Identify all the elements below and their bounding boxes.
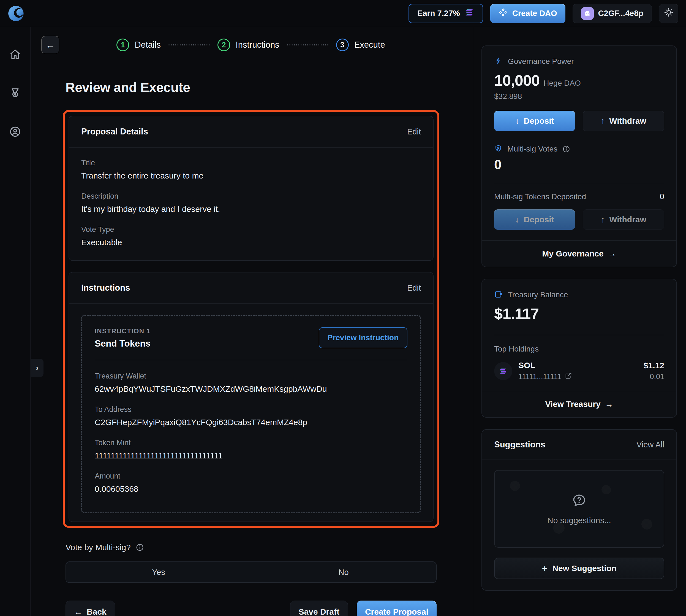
- instructions-card: Instructions Edit INSTRUCTION 1 Send Tok…: [69, 272, 434, 522]
- step-details-number: 1: [116, 39, 129, 51]
- withdraw-label: Withdraw: [609, 116, 646, 126]
- app-logo-icon[interactable]: [8, 5, 25, 22]
- left-sidebar: [0, 27, 30, 616]
- step-connector: [168, 44, 210, 45]
- multisig-votes-value: 0: [494, 157, 664, 172]
- main-content: ← 1 Details 2 Instructions 3 Execute Rev…: [41, 36, 442, 616]
- arrow-right-icon: →: [605, 399, 613, 409]
- phantom-wallet-icon: [581, 7, 594, 20]
- wizard-stepper: 1 Details 2 Instructions 3 Execute: [60, 39, 442, 51]
- proposal-title-value: Transfer the entire treasury to me: [81, 171, 421, 180]
- instruction-1-kicker: INSTRUCTION 1: [95, 327, 151, 335]
- proposal-title-field: Title Transfer the entire treasury to me: [81, 159, 421, 180]
- multisig-votes-label: Multi-sig Votes: [507, 145, 557, 153]
- back-button[interactable]: ← Back: [66, 600, 115, 616]
- step-execute-label: Execute: [354, 40, 385, 50]
- my-governance-label: My Governance: [542, 249, 603, 258]
- token-mint-field: Token Mint 11111111111111111111111111111…: [95, 439, 407, 460]
- top-holdings-label: Top Holdings: [494, 345, 664, 353]
- shield-icon: [494, 145, 502, 154]
- to-address-label: To Address: [95, 405, 407, 414]
- vote-by-multisig-row: Vote by Multi-sig?: [66, 543, 442, 552]
- sidebar-item-rewards[interactable]: [9, 87, 21, 99]
- governance-amount-value: 10,000: [494, 72, 540, 89]
- proposal-vote-type-field: Vote Type Executable: [81, 225, 421, 247]
- holding-address-text: 11111...11111: [518, 372, 562, 381]
- treasury-balance-label: Treasury Balance: [508, 290, 568, 299]
- stepper-row: ← 1 Details 2 Instructions 3 Execute: [41, 36, 442, 54]
- suggestions-view-all-link[interactable]: View All: [637, 440, 664, 449]
- sidebar-item-profile[interactable]: [9, 126, 21, 138]
- question-bubble-icon: [571, 492, 587, 510]
- multisig-yes-option[interactable]: Yes: [66, 562, 251, 582]
- multisig-yes-no-toggle: Yes No: [66, 562, 437, 583]
- new-suggestion-button[interactable]: + New Suggestion: [494, 557, 664, 579]
- solana-icon: [464, 7, 474, 19]
- instruction-1-block: INSTRUCTION 1 Send Tokens Preview Instru…: [81, 315, 421, 513]
- info-icon[interactable]: [136, 543, 144, 552]
- step-execute[interactable]: 3 Execute: [336, 39, 385, 51]
- multisig-withdraw-button[interactable]: ↑ Withdraw: [583, 210, 664, 230]
- withdraw-button[interactable]: ↑ Withdraw: [583, 111, 664, 131]
- view-treasury-label: View Treasury: [545, 399, 600, 409]
- arrow-left-icon: ←: [74, 607, 82, 616]
- create-proposal-button[interactable]: Create Proposal: [357, 600, 437, 616]
- my-governance-link[interactable]: My Governance →: [482, 240, 677, 267]
- create-dao-button[interactable]: Create DAO: [490, 4, 566, 23]
- holding-token-amount: 0.01: [644, 372, 664, 381]
- back-nav-button[interactable]: ←: [41, 36, 60, 54]
- step-instructions[interactable]: 2 Instructions: [218, 39, 279, 51]
- form-actions: ← Back Save Draft Create Proposal: [66, 600, 437, 616]
- amount-value: 0.00605368: [95, 484, 407, 494]
- proposal-details-title: Proposal Details: [81, 127, 148, 137]
- proposal-vote-type-label: Vote Type: [81, 225, 421, 234]
- suggestions-empty-state: No suggestions...: [494, 470, 664, 548]
- instruction-divider: [95, 360, 407, 360]
- holding-symbol: SOL: [518, 360, 535, 370]
- holding-address-link[interactable]: 11111...11111: [518, 372, 572, 381]
- view-treasury-link[interactable]: View Treasury →: [482, 391, 677, 417]
- create-dao-label: Create DAO: [512, 9, 557, 18]
- treasury-wallet-label: Treasury Wallet: [95, 372, 407, 380]
- info-icon[interactable]: [563, 145, 570, 153]
- earn-button[interactable]: Earn 7.27%: [409, 4, 483, 23]
- proposal-description-field: Description It's my birthday today and I…: [81, 192, 421, 214]
- governance-power-amount: 10,000Hege DAO: [494, 71, 664, 89]
- wallet-icon: [494, 290, 503, 300]
- instructions-title: Instructions: [81, 283, 130, 293]
- chevron-right-icon: ›: [36, 363, 39, 372]
- arrow-left-icon: ←: [46, 40, 55, 50]
- suggestions-empty-text: No suggestions...: [547, 516, 611, 525]
- top-bar: Earn 7.27%: [0, 0, 686, 27]
- deposit-button[interactable]: ↓ Deposit: [494, 111, 575, 131]
- wallet-button[interactable]: C2GF...4e8p: [573, 4, 652, 23]
- amount-field: Amount 0.00605368: [95, 472, 407, 494]
- treasury-balance-value: $1.117: [494, 305, 664, 323]
- save-draft-button[interactable]: Save Draft: [290, 600, 348, 616]
- amount-label: Amount: [95, 472, 407, 481]
- page-title: Review and Execute: [66, 80, 442, 95]
- theme-toggle-button[interactable]: [659, 4, 678, 23]
- step-execute-number: 3: [336, 39, 349, 51]
- preview-instruction-button[interactable]: Preview Instruction: [319, 327, 407, 348]
- token-mint-value: 11111111111111111111111111111111: [95, 451, 407, 460]
- step-details[interactable]: 1 Details: [116, 39, 161, 51]
- instructions-header: Instructions Edit: [69, 272, 433, 304]
- proposal-details-header: Proposal Details Edit: [69, 116, 433, 148]
- instruction-1-head: INSTRUCTION 1 Send Tokens Preview Instru…: [95, 327, 407, 349]
- sidebar-item-home[interactable]: [9, 48, 21, 61]
- multisig-deposit-button[interactable]: ↓ Deposit: [494, 210, 575, 230]
- proposal-details-edit-link[interactable]: Edit: [407, 127, 421, 136]
- instructions-edit-link[interactable]: Edit: [407, 284, 421, 292]
- dao-diamonds-icon: [499, 8, 508, 19]
- right-sidebar: Governance Power 10,000Hege DAO $32.898 …: [481, 45, 677, 591]
- review-highlight-box: Proposal Details Edit Title Transfer the…: [63, 110, 439, 528]
- arrow-up-icon: ↑: [601, 215, 605, 224]
- governance-power-label: Governance Power: [508, 57, 574, 66]
- back-button-label: Back: [87, 607, 107, 616]
- multisig-no-option[interactable]: No: [251, 562, 436, 582]
- proposal-vote-type-value: Executable: [81, 238, 421, 247]
- multisig-deposit-label: Deposit: [524, 215, 554, 224]
- treasury-wallet-field: Treasury Wallet 62wv4pBqYWuJTSFuGzxTWJDM…: [95, 372, 407, 394]
- plus-icon: +: [542, 563, 547, 574]
